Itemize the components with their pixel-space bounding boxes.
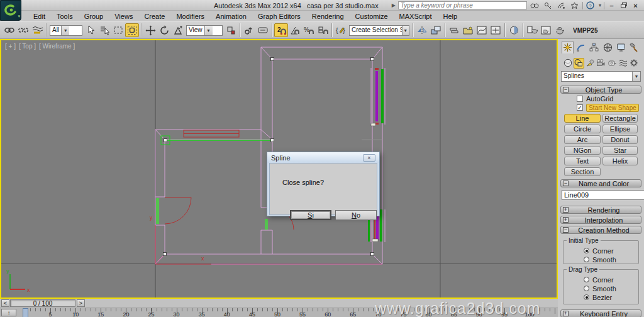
shape-button-rectangle[interactable]: Rectangle	[602, 114, 638, 123]
manage-layers-icon[interactable]	[447, 23, 461, 37]
menu-edit[interactable]: Edit	[28, 13, 51, 20]
curve-editor-icon[interactable]	[475, 23, 489, 37]
select-and-scale-icon[interactable]	[171, 23, 185, 37]
menu-graph-editors[interactable]: Graph Editors	[252, 13, 306, 20]
dialog-title-bar[interactable]: Spline ×	[267, 152, 379, 163]
shape-button-ellipse[interactable]: Ellipse	[602, 125, 638, 133]
bind-to-space-warp-icon[interactable]	[30, 23, 44, 37]
time-slider-handle[interactable]: 0 / 100	[10, 299, 75, 307]
drag-type-radio-smooth[interactable]	[584, 286, 589, 291]
snaps-toggle-icon[interactable]: 2	[274, 23, 288, 37]
shape-button-circle[interactable]: Circle	[564, 125, 601, 133]
select-and-move-icon[interactable]	[143, 23, 157, 37]
scene-explorer-icon[interactable]	[461, 23, 475, 37]
close-button[interactable]: ×	[631, 1, 640, 9]
drag-type-option-bezier[interactable]: Bezier	[584, 293, 636, 301]
percent-snap-toggle-icon[interactable]: %	[302, 23, 316, 37]
dialog-yes-button[interactable]: Si	[290, 210, 331, 220]
autogrid-checkbox[interactable]	[577, 96, 583, 102]
shape-button-arc[interactable]: Arc	[564, 135, 601, 144]
minimize-button[interactable]: –	[607, 1, 616, 9]
material-editor-icon[interactable]	[507, 23, 521, 37]
shape-category-dropdown[interactable]: Splines ▼	[561, 71, 641, 82]
tab-create-icon[interactable]	[562, 41, 574, 53]
keyboard-shortcut-override-icon[interactable]	[256, 23, 270, 37]
help-dropdown-icon[interactable]: ▾	[599, 3, 601, 8]
previous-frame-button[interactable]: <	[1, 299, 9, 307]
viewport-menu-general[interactable]: [ + ]	[5, 43, 16, 50]
initial-type-option-corner[interactable]: Corner	[584, 247, 636, 255]
keyword-search-input[interactable]	[398, 1, 527, 9]
viewport-menu-pov[interactable]: [ Top ]	[19, 43, 36, 50]
shape-button-donut[interactable]: Donut	[602, 135, 638, 144]
selection-filter-dropdown[interactable]: All ▼	[50, 25, 82, 36]
select-by-name-icon[interactable]	[97, 23, 111, 37]
named-selection-sets-dropdown[interactable]: Create Selection Se ▼	[349, 25, 409, 36]
menu-rendering[interactable]: Rendering	[306, 13, 350, 20]
schematic-view-icon[interactable]	[489, 23, 502, 37]
menu-modifiers[interactable]: Modifiers	[170, 13, 210, 20]
mirror-icon[interactable]	[415, 23, 429, 37]
menu-customize[interactable]: Customize	[350, 13, 394, 20]
mini-curve-editor-button[interactable]: ↕	[1, 309, 16, 316]
tab-hierarchy-icon[interactable]	[588, 41, 600, 53]
unlink-selection-icon[interactable]	[16, 23, 30, 37]
select-and-manipulate-icon[interactable]	[242, 23, 256, 37]
help-icon[interactable]: ?	[586, 1, 596, 10]
max-app-menu-button[interactable]: ▾	[0, 0, 21, 21]
select-and-rotate-icon[interactable]	[157, 23, 171, 37]
shape-button-ngon[interactable]: NGon	[564, 146, 601, 155]
door-jamb-left[interactable]	[156, 198, 159, 224]
rollout-keyboard-entry[interactable]: Keyboard Entry	[560, 309, 641, 317]
start-new-shape-checkbox[interactable]: ✓	[577, 104, 583, 111]
shape-button-section[interactable]: Section	[564, 167, 601, 176]
initial-type-option-smooth[interactable]: Smooth	[584, 255, 636, 264]
drag-type-radio-corner[interactable]	[584, 277, 589, 282]
door-jamb-middle[interactable]	[265, 219, 268, 230]
current-frame-marker[interactable]	[23, 308, 28, 317]
rectangular-selection-region-icon[interactable]	[111, 23, 125, 37]
dialog-no-button[interactable]: No	[335, 210, 377, 220]
rollout-creation-method[interactable]: Creation Method	[560, 226, 641, 234]
menu-group[interactable]: Group	[79, 13, 109, 20]
favorites-star-icon[interactable]	[569, 1, 580, 10]
rollout-interpolation[interactable]: Interpolation	[560, 216, 641, 224]
active-spline-lines[interactable]	[155, 225, 382, 264]
initial-type-radio-corner[interactable]	[584, 248, 589, 253]
select-and-link-icon[interactable]	[3, 23, 16, 37]
tab-display-icon[interactable]	[615, 41, 627, 53]
drag-type-option-corner[interactable]: Corner	[584, 275, 636, 284]
window-object-right-top[interactable]	[371, 68, 384, 126]
category-cameras-icon[interactable]	[596, 58, 606, 69]
shape-button-helix[interactable]: Helix	[602, 157, 638, 165]
menu-help[interactable]: Help	[438, 13, 464, 20]
shape-button-text[interactable]: Text	[564, 157, 601, 165]
spinner-snap-toggle-icon[interactable]	[316, 23, 330, 37]
subscription-key-icon[interactable]	[543, 1, 553, 10]
next-frame-button[interactable]: >	[77, 299, 85, 307]
restore-button[interactable]	[619, 1, 628, 9]
tab-modify-icon[interactable]	[575, 41, 587, 53]
search-icon[interactable]	[530, 1, 540, 10]
category-lights-icon[interactable]	[584, 58, 595, 69]
reference-coordinate-dropdown[interactable]: View ▼	[186, 25, 223, 36]
window-crossing-toggle-icon[interactable]	[125, 23, 139, 37]
category-helpers-icon[interactable]	[607, 58, 618, 69]
render-production-icon[interactable]	[553, 23, 567, 37]
category-systems-icon[interactable]	[629, 58, 640, 69]
rollout-name-and-color[interactable]: Name and Color	[560, 179, 641, 187]
shape-button-star[interactable]: Star	[602, 146, 638, 155]
category-spacewarps-icon[interactable]	[618, 58, 628, 69]
drag-type-radio-bezier[interactable]	[584, 294, 589, 300]
menu-animation[interactable]: Animation	[210, 13, 252, 20]
align-icon[interactable]	[429, 23, 443, 37]
use-pivot-point-icon[interactable]	[224, 23, 238, 37]
edit-named-selection-sets-icon[interactable]: {}	[334, 23, 348, 37]
start-new-shape-button[interactable]: Start New Shape	[586, 104, 639, 112]
drag-type-option-smooth[interactable]: Smooth	[584, 284, 636, 292]
render-setup-icon[interactable]	[525, 23, 539, 37]
initial-type-radio-smooth[interactable]	[584, 257, 589, 262]
viewport-menu-shading[interactable]: [ Wireframe ]	[39, 43, 75, 50]
menu-create[interactable]: Create	[138, 13, 170, 20]
dialog-close-button[interactable]: ×	[363, 154, 375, 162]
